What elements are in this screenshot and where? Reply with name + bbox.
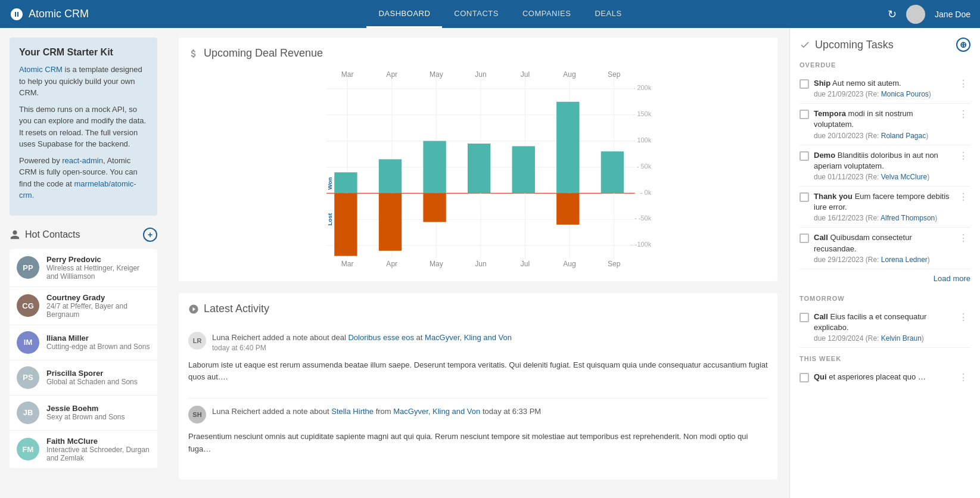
note-time-1: today at 6:40 PM: [212, 344, 512, 352]
load-more-btn[interactable]: Load more: [799, 269, 970, 288]
starter-kit-p3: Powered by react-admin, Atomic CRM is fu…: [19, 155, 148, 201]
brand-logo[interactable]: Atomic CRM: [10, 7, 89, 21]
bar-sep-won: [601, 151, 624, 193]
brand-name: Atomic CRM: [29, 8, 89, 20]
task-menu-ship[interactable]: ⋮: [956, 78, 970, 89]
task-checkbox-call-overdue[interactable]: [799, 234, 809, 243]
task-menu-call-tomorrow[interactable]: ⋮: [956, 312, 970, 323]
refresh-icon[interactable]: ↻: [888, 8, 897, 21]
company-link-1[interactable]: MacGyver, Kling and Von: [425, 333, 512, 342]
note-mid-1: at: [416, 333, 425, 342]
note-time-inline-2: today at 6:33 PM: [483, 407, 541, 416]
left-panel: Your CRM Starter Kit Atomic CRM is a tem…: [0, 28, 167, 498]
note-text-1: Luna Reichert added a note about deal Do…: [212, 332, 512, 344]
starter-kit-p2: This demo runs on a mock API, so you can…: [19, 104, 148, 150]
task-title-thankyou: Thank you Eum facere tempore debitis iur…: [814, 191, 951, 213]
task-due-ship: due 21/09/2023 (Re: Monica Pouros): [814, 90, 951, 98]
task-title-qui: Qui et asperiores placeat quo …: [814, 372, 951, 382]
task-item-call-tomorrow: Call Eius facilis a et consequatur expli…: [799, 307, 970, 348]
activity-card: Latest Activity LR Luna Reichert added a…: [179, 293, 777, 480]
contact-avatar: PS: [17, 366, 39, 389]
react-admin-link[interactable]: react-admin: [62, 156, 103, 165]
chart-card: Upcoming Deal Revenue - 200k - 150k - 10…: [179, 38, 777, 281]
svg-text:- 200k: - 200k: [633, 84, 652, 91]
bar-mar-won: [334, 172, 357, 193]
svg-text:- 0k: - 0k: [640, 189, 652, 196]
contact-item[interactable]: JBJessie BoehmSexy at Brown and Sons: [10, 396, 157, 431]
note-avatar-2: SH: [188, 406, 206, 424]
task-contact-thankyou[interactable]: Alfred Thompson: [881, 214, 935, 222]
svg-text:Jun: Jun: [475, 260, 486, 268]
activity-title-text: Latest Activity: [204, 303, 269, 315]
contact-item[interactable]: PPPerry PredovicWireless at Hettinger, K…: [10, 249, 157, 287]
main-container: Your CRM Starter Kit Atomic CRM is a tem…: [0, 28, 980, 498]
revenue-chart: - 200k - 150k - 100k - 50k - 0k - -50k -…: [188, 69, 768, 272]
task-menu-tempora[interactable]: ⋮: [956, 108, 970, 120]
task-checkbox-ship[interactable]: [799, 79, 809, 89]
svg-text:Mar: Mar: [341, 70, 354, 79]
task-checkbox-tempora[interactable]: [799, 110, 809, 119]
company-link-2[interactable]: MacGyver, Kling and Von: [393, 407, 480, 416]
task-menu-call-overdue[interactable]: ⋮: [956, 232, 970, 244]
task-contact-call-overdue[interactable]: Lorena Ledner: [881, 256, 928, 264]
contact-name: Priscilla Sporer: [46, 369, 150, 378]
contact-company: Global at Schaden and Sons: [46, 378, 150, 386]
atomic-crm-link[interactable]: Atomic CRM: [19, 65, 63, 74]
contact-item[interactable]: FMFaith McClureInteractive at Schroeder,…: [10, 431, 157, 468]
contact-company: Sexy at Brown and Sons: [46, 413, 150, 421]
contact-item[interactable]: IMIliana MillerCutting-edge at Brown and…: [10, 325, 157, 360]
activity-body-1: Laborum iste ut eaque est rerum assumend…: [188, 352, 768, 391]
contact-name: Perry Predovic: [46, 255, 150, 264]
right-panel: Upcoming Tasks ⊕ OVERDUE Ship Aut nemo s…: [789, 28, 980, 498]
bar-apr-lost: [379, 193, 402, 251]
task-content-call-tomorrow: Call Eius facilis a et consequatur expli…: [814, 312, 951, 343]
task-menu-demo[interactable]: ⋮: [956, 150, 970, 161]
add-task-btn[interactable]: ⊕: [956, 38, 970, 52]
contact-name: Faith McClure: [46, 437, 150, 446]
add-contact-btn[interactable]: +: [143, 228, 157, 242]
task-checkbox-demo[interactable]: [799, 151, 809, 161]
starter-kit-card: Your CRM Starter Kit Atomic CRM is a tem…: [10, 38, 157, 216]
task-menu-qui[interactable]: ⋮: [956, 372, 970, 383]
task-title-ship: Ship Aut nemo sit autem.: [814, 78, 951, 89]
task-content-ship: Ship Aut nemo sit autem. due 21/09/2023 …: [814, 78, 951, 98]
bar-aug-lost: [556, 193, 579, 225]
svg-text:Jun: Jun: [475, 70, 486, 79]
task-menu-thankyou[interactable]: ⋮: [956, 191, 970, 203]
nav-deals[interactable]: DEALS: [583, 0, 633, 28]
chart-title: Upcoming Deal Revenue: [188, 47, 768, 60]
contact-info: Priscilla SporerGlobal at Schaden and So…: [46, 369, 150, 386]
nav-contacts[interactable]: CONTACTS: [442, 0, 511, 28]
deal-link-1[interactable]: Doloribus esse eos: [348, 333, 414, 342]
svg-point-0: [913, 8, 919, 14]
task-checkbox-call-tomorrow[interactable]: [799, 313, 809, 322]
contact-name: Courtney Grady: [46, 293, 150, 302]
task-contact-call-tomorrow[interactable]: Kelvin Braun: [881, 334, 922, 343]
contact-item[interactable]: CGCourtney Grady24/7 at Pfeffer, Bayer a…: [10, 287, 157, 325]
deal-link-2[interactable]: Stella Hirthe: [331, 407, 374, 416]
svg-text:Jul: Jul: [521, 70, 530, 79]
task-checkbox-qui[interactable]: [799, 373, 809, 382]
task-item-thankyou: Thank you Eum facere tempore debitis iur…: [799, 186, 970, 228]
svg-text:Won: Won: [326, 177, 333, 189]
contact-company: Interactive at Schroeder, Durgan and Zem…: [46, 446, 150, 462]
starter-kit-title: Your CRM Starter Kit: [19, 47, 148, 58]
task-checkbox-thankyou[interactable]: [799, 192, 809, 202]
task-contact-tempora[interactable]: Roland Pagac: [881, 132, 926, 140]
task-item-tempora: Tempora modi in sit nostrum voluptatem. …: [799, 104, 970, 145]
contact-name: Jessie Boehm: [46, 404, 150, 413]
task-contact-ship[interactable]: Monica Pouros: [881, 90, 929, 98]
main-nav: DASHBOARD CONTACTS COMPANIES DEALS: [113, 0, 888, 28]
nav-dashboard[interactable]: DASHBOARD: [366, 0, 442, 28]
hot-contacts-header: Hot Contacts +: [10, 228, 157, 242]
contact-item[interactable]: PSPriscilla SporerGlobal at Schaden and …: [10, 360, 157, 396]
bar-may-lost: [423, 193, 446, 222]
github-link[interactable]: marmelab/atomic-crm: [19, 179, 136, 200]
contact-info: Faith McClureInteractive at Schroeder, D…: [46, 437, 150, 462]
svg-text:Apr: Apr: [386, 260, 397, 268]
nav-companies[interactable]: COMPANIES: [511, 0, 583, 28]
navbar: Atomic CRM DASHBOARD CONTACTS COMPANIES …: [0, 0, 980, 28]
contact-avatar: JB: [17, 401, 39, 424]
activity-item-1: LR Luna Reichert added a note about deal…: [188, 325, 768, 399]
task-contact-demo[interactable]: Velva McClure: [881, 173, 927, 181]
